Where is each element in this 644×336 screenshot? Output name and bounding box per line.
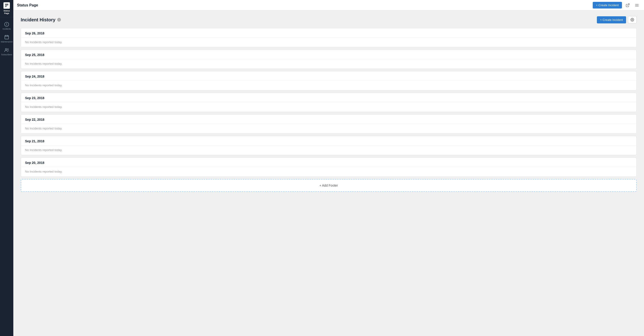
maintenance-icon	[4, 35, 9, 40]
incident-card: Sep 26, 2018No Incidents reported today.	[21, 28, 637, 47]
incident-card: Sep 21, 2018No Incidents reported today.	[21, 136, 637, 155]
incident-date: Sep 25, 2018	[21, 50, 636, 59]
gear-icon	[630, 18, 634, 21]
incident-message: No Incidents reported today.	[21, 124, 636, 133]
incident-message: No Incidents reported today.	[21, 38, 636, 47]
incident-message: No Incidents reported today.	[21, 167, 636, 176]
page-title: Incident History	[21, 17, 56, 22]
sidebar-nav: Incidents Maintenance Subscribers	[0, 17, 13, 58]
sidebar-item-maintenance[interactable]: Maintenance	[0, 32, 13, 45]
incident-date: Sep 26, 2018	[21, 28, 636, 38]
page-title-row: Incident History i	[21, 17, 61, 22]
incident-card: Sep 20, 2018No Incidents reported today.	[21, 158, 637, 177]
svg-point-11	[5, 48, 7, 50]
topbar-external-link-button[interactable]	[624, 2, 631, 9]
incident-date: Sep 24, 2018	[21, 71, 636, 81]
svg-rect-2	[5, 6, 7, 6]
external-link-icon	[626, 3, 630, 7]
svg-rect-3	[5, 7, 6, 7]
menu-icon	[635, 3, 639, 7]
topbar: Status Page + Create Incident	[13, 0, 644, 10]
sidebar-item-subscribers-label: Subscribers	[1, 53, 12, 56]
incident-card: Sep 23, 2018No Incidents reported today.	[21, 93, 637, 112]
incident-message: No Incidents reported today.	[21, 59, 636, 69]
svg-rect-0	[5, 4, 8, 4]
incident-date: Sep 23, 2018	[21, 93, 636, 102]
svg-rect-7	[5, 35, 9, 39]
header-actions: + Create Incident	[597, 16, 637, 23]
incident-card: Sep 24, 2018No Incidents reported today.	[21, 71, 637, 90]
topbar-create-incident-button[interactable]: + Create Incident	[593, 2, 622, 8]
incident-list: Sep 26, 2018No Incidents reported today.…	[21, 28, 637, 177]
svg-point-12	[7, 49, 8, 50]
create-incident-button[interactable]: + Create Incident	[597, 16, 626, 23]
svg-line-13	[628, 4, 629, 5]
sidebar: Status Page Incidents Maintenance	[0, 0, 13, 336]
add-footer-button[interactable]: + Add Footer	[21, 179, 637, 192]
sidebar-item-subscribers[interactable]: Subscribers	[0, 45, 13, 58]
sidebar-logo-label: Status Page	[2, 10, 12, 15]
incident-message: No Incidents reported today.	[21, 102, 636, 112]
incident-message: No Incidents reported today.	[21, 81, 636, 90]
incident-date: Sep 20, 2018	[21, 158, 636, 167]
incident-message: No Incidents reported today.	[21, 146, 636, 155]
topbar-menu-button[interactable]	[634, 2, 640, 9]
info-icon[interactable]: i	[57, 18, 61, 21]
main-area: Status Page + Create Incident	[13, 0, 644, 336]
incident-date: Sep 22, 2018	[21, 115, 636, 124]
svg-point-17	[632, 19, 633, 20]
sidebar-item-incidents[interactable]: Incidents	[0, 19, 13, 32]
subscribers-icon	[4, 47, 9, 53]
logo-icon	[4, 2, 10, 9]
svg-rect-1	[5, 5, 8, 5]
incident-date: Sep 21, 2018	[21, 136, 636, 146]
sidebar-item-incidents-label: Incidents	[2, 28, 11, 30]
sidebar-logo[interactable]: Status Page	[0, 0, 13, 17]
topbar-title: Status Page	[17, 3, 38, 7]
incident-card: Sep 22, 2018No Incidents reported today.	[21, 114, 637, 134]
incidents-icon	[4, 22, 9, 27]
svg-point-6	[6, 25, 7, 25]
content-area: Incident History i + Create Incident Sep…	[13, 10, 644, 336]
page-header: Incident History i + Create Incident	[21, 16, 637, 23]
settings-button[interactable]	[628, 16, 637, 23]
incident-card: Sep 25, 2018No Incidents reported today.	[21, 50, 637, 69]
sidebar-item-maintenance-label: Maintenance	[1, 41, 13, 43]
topbar-actions: + Create Incident	[593, 2, 640, 9]
